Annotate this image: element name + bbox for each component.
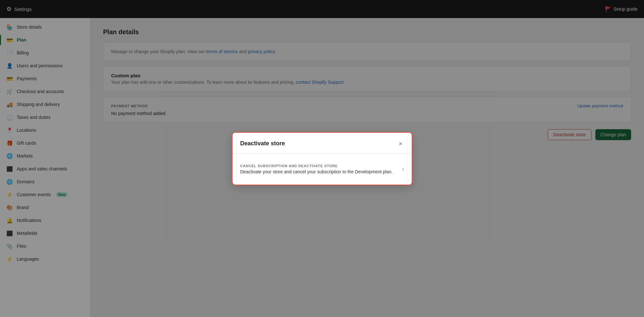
- cancel-option-content: CANCEL SUBSCRIPTION AND DEACTIVATE STORE…: [240, 164, 393, 174]
- modal-body: CANCEL SUBSCRIPTION AND DEACTIVATE STORE…: [233, 154, 412, 185]
- cancel-subscription-option[interactable]: CANCEL SUBSCRIPTION AND DEACTIVATE STORE…: [240, 160, 404, 178]
- cancel-option-description: Deactivate your store and cancel your su…: [240, 169, 393, 174]
- cancel-option-label: CANCEL SUBSCRIPTION AND DEACTIVATE STORE: [240, 164, 393, 168]
- modal-title: Deactivate store: [240, 140, 285, 147]
- deactivate-store-modal: Deactivate store × CANCEL SUBSCRIPTION A…: [232, 132, 412, 185]
- modal-close-button[interactable]: ×: [398, 139, 404, 148]
- modal-header: Deactivate store ×: [233, 133, 412, 154]
- modal-overlay[interactable]: Deactivate store × CANCEL SUBSCRIPTION A…: [0, 0, 644, 317]
- chevron-right-icon: ›: [402, 166, 404, 172]
